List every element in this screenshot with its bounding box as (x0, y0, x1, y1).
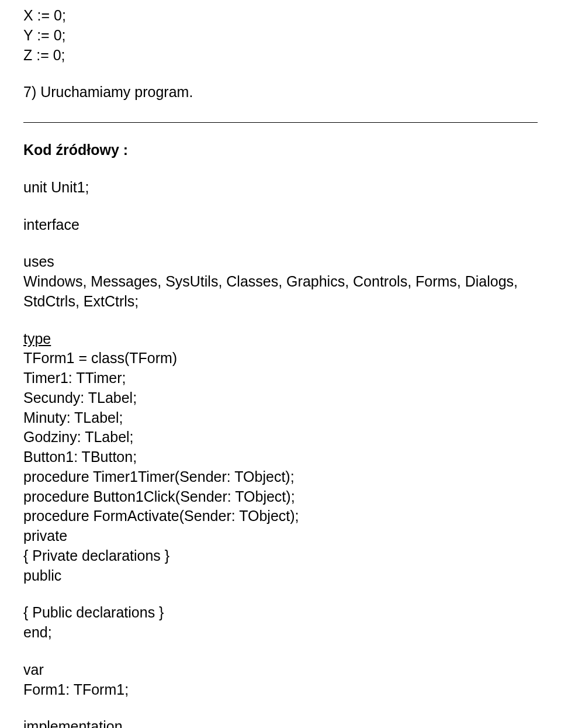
source-code-heading: Kod źródłowy : (23, 140, 538, 160)
var-keyword: var (23, 660, 538, 680)
public-declarations: { Public declarations } end; (23, 603, 538, 643)
type-block: type TForm1 = class(TForm) Timer1: TTime… (23, 329, 538, 586)
interface-line: interface (23, 215, 538, 235)
unit-line: unit Unit1; (23, 178, 538, 198)
horizontal-rule (23, 122, 538, 123)
uses-list: Windows, Messages, SysUtils, Classes, Gr… (23, 272, 538, 312)
implementation-line: implementation (23, 717, 538, 728)
class-body: TForm1 = class(TForm) Timer1: TTimer; Se… (23, 349, 538, 585)
type-keyword: type (23, 330, 51, 347)
code-init-block: X := 0; Y := 0; Z := 0; (23, 6, 538, 65)
step-7-line: 7) Uruchamiamy program. (23, 82, 538, 102)
uses-block: uses Windows, Messages, SysUtils, Classe… (23, 252, 538, 311)
var-block: var Form1: TForm1; (23, 660, 538, 700)
uses-keyword: uses (23, 252, 538, 272)
document-page: X := 0; Y := 0; Z := 0; 7) Uruchamiamy p… (0, 0, 561, 728)
var-body: Form1: TForm1; (23, 680, 538, 700)
